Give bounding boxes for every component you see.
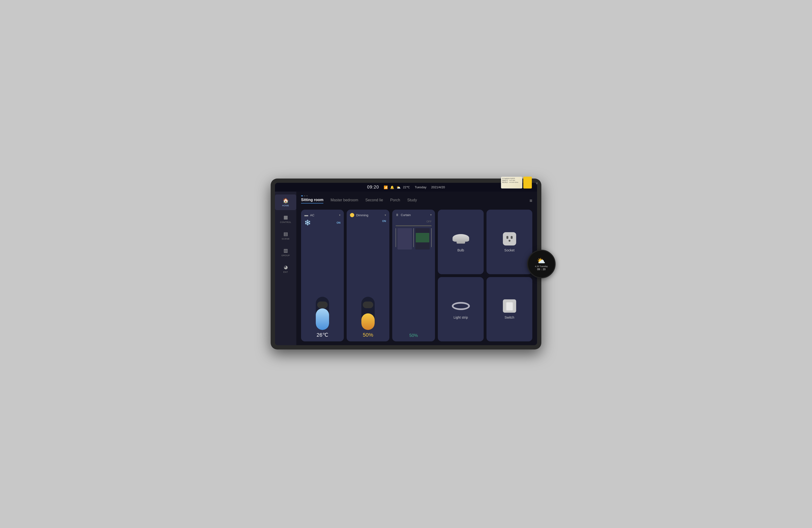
dimming-card-header: Dimming ▾	[350, 213, 386, 217]
ac-slider-container: 26℃	[304, 227, 340, 338]
curtain-rod-center	[414, 228, 414, 247]
bulb-label: Bulb	[457, 248, 464, 252]
round-time: 09：20	[535, 267, 548, 271]
date-display: 2021/4/20	[431, 186, 445, 189]
dimming-status: ON	[382, 220, 386, 222]
tab-study[interactable]: Study	[407, 198, 417, 203]
dimming-status-row: ON	[350, 220, 386, 222]
curtain-rod-left	[395, 228, 396, 247]
tab-sitting-room[interactable]: Sitting room	[301, 198, 323, 204]
curtain-content: 50%	[395, 225, 432, 338]
switch-shape	[503, 299, 516, 313]
bulb-card[interactable]: Bulb	[438, 210, 484, 274]
ac-dropdown-arrow[interactable]: ▾	[339, 214, 340, 217]
tab-indicator	[301, 195, 532, 196]
dimming-slider-handle[interactable]	[363, 302, 373, 308]
main-content-area: 🏠 HOME ▦ CONTROL ▤ SCENE ▥ GROUP	[275, 192, 537, 345]
ac-slider[interactable]	[316, 297, 329, 330]
temperature-display: 22℃	[403, 186, 410, 189]
curtain-status: OFF	[426, 220, 432, 223]
socket-details	[506, 236, 512, 242]
sidebar-item-scene[interactable]: ▤ SCENE	[275, 228, 296, 243]
curtain-position: 50%	[409, 333, 418, 338]
switch-button	[506, 302, 513, 310]
dot-active	[301, 195, 303, 196]
device-grid: ▬ AC ▾ ❄️ ON	[301, 210, 532, 341]
switch-label: Switch	[505, 316, 514, 319]
dimming-slider[interactable]	[361, 297, 375, 330]
socket-label: Socket	[504, 248, 514, 252]
scene-icon: ▤	[284, 231, 288, 237]
tab-porch[interactable]: Porch	[390, 198, 400, 203]
dimming-slider-container: 50%	[350, 224, 386, 338]
bulb-shape-wrapper	[452, 234, 469, 244]
wifi-icon: 📶	[384, 186, 388, 189]
sidebar-label-group: GROUP	[281, 254, 290, 256]
socket-holes	[506, 236, 512, 239]
curtain-card[interactable]: ⏸ Curtain ▾ OFF	[392, 210, 435, 341]
socket-visual	[500, 232, 519, 246]
ent-icon: ◕	[284, 264, 288, 270]
sidebar-label-ent: ENT	[283, 271, 288, 273]
switch-card[interactable]: Switch	[487, 277, 532, 342]
more-rooms-button[interactable]: ≡	[530, 198, 532, 204]
weather-icon: ⛅	[396, 186, 401, 189]
light-ring	[452, 302, 470, 310]
round-display: ⛅ 4.20 Tuesday 09：20	[527, 250, 555, 278]
ac-card[interactable]: ▬ AC ▾ ❄️ ON	[301, 210, 344, 341]
tab-master-bedroom[interactable]: Master bedroom	[331, 198, 358, 203]
sticker-yellow	[523, 177, 532, 189]
curtain-drape-right	[415, 228, 430, 250]
control-icon: ▦	[284, 215, 288, 220]
ac-slider-fill	[316, 308, 329, 330]
round-date: 4.20 Tuesday	[535, 265, 548, 267]
status-time: 09:20	[367, 185, 379, 190]
ac-snowflake-icon: ❄️	[304, 220, 311, 226]
content-panel: Sitting room Master bedroom Second lie P…	[296, 192, 537, 345]
socket-shape	[503, 232, 516, 246]
round-weather-icon: ⛅	[535, 257, 548, 265]
ac-status: ON	[337, 221, 341, 224]
light-strip-label: Light strip	[453, 316, 468, 319]
status-icons: 📶 🔔 ⛅ 22℃	[384, 186, 410, 189]
bulb-visual	[451, 232, 470, 246]
curtain-header-icon: ⏸	[395, 213, 399, 217]
main-screen: 09:20 📶 🔔 ⛅ 22℃ Tuesday 2021/4/20 🏠 HOME	[275, 183, 537, 345]
tab-second-lie[interactable]: Second lie	[365, 198, 383, 203]
group-icon: ▥	[284, 248, 288, 253]
dimming-dropdown-arrow[interactable]: ▾	[385, 214, 386, 217]
status-bar: 09:20 📶 🔔 ⛅ 22℃ Tuesday 2021/4/20	[275, 183, 537, 192]
curtain-dropdown-arrow[interactable]: ▾	[430, 213, 432, 217]
curtain-card-header: ⏸ Curtain ▾	[395, 213, 432, 217]
round-display-content: ⛅ 4.20 Tuesday 09：20	[535, 257, 548, 271]
sidebar-item-home[interactable]: 🏠 HOME	[275, 194, 296, 210]
home-icon: 🏠	[283, 198, 289, 204]
day-display: Tuesday	[415, 186, 426, 189]
alert-icon: 🔔	[390, 186, 394, 189]
dimming-brightness: 50%	[363, 332, 373, 338]
room-tabs-container: Sitting room Master bedroom Second lie P…	[301, 195, 532, 210]
light-strip-card[interactable]: ∨ Light strip	[438, 277, 484, 342]
sidebar-item-control[interactable]: ▦ CONTROL	[275, 211, 296, 227]
dimming-card[interactable]: Dimming ▾ ON	[347, 210, 389, 341]
light-strip-visual	[451, 299, 470, 313]
ac-card-header: ▬ AC ▾	[304, 213, 340, 217]
socket-card[interactable]: Socket	[487, 210, 532, 274]
curtain-title: Curtain	[401, 213, 411, 217]
sidebar-label-scene: SCENE	[281, 238, 290, 240]
room-tabs: Sitting room Master bedroom Second lie P…	[301, 198, 532, 205]
sidebar-item-group[interactable]: ▥ GROUP	[275, 244, 296, 260]
ac-slider-handle[interactable]	[317, 302, 328, 308]
sidebar-item-ent[interactable]: ◕ ENT	[275, 261, 296, 277]
bulb-dome	[452, 234, 469, 242]
bulb-base	[456, 242, 465, 244]
ac-temperature: 26℃	[317, 332, 328, 338]
sidebar-label-home: HOME	[282, 204, 289, 207]
curtain-rail	[395, 225, 432, 226]
light-strip-shape	[451, 301, 470, 311]
device-frame: 型号参数技术说明书 规格型号：HCP-800 额定电压：AC220V-50Hz …	[271, 178, 541, 350]
socket-hole-right	[511, 236, 512, 239]
socket-ground	[509, 240, 510, 242]
dimming-bulb-icon	[350, 213, 354, 217]
socket-hole-left	[506, 236, 508, 239]
